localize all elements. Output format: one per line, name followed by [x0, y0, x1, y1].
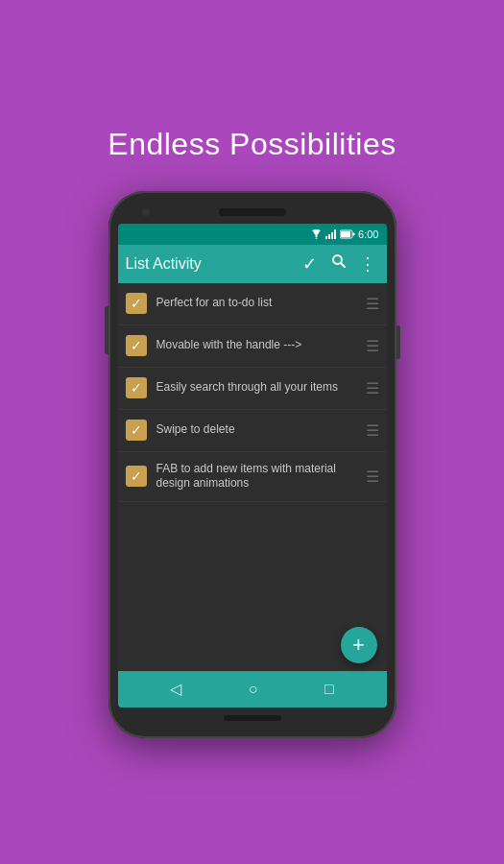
svg-rect-4: [334, 229, 336, 239]
wifi-icon: [310, 229, 323, 239]
status-icons: 6:00: [310, 228, 378, 240]
svg-rect-6: [341, 231, 350, 237]
speaker: [219, 208, 286, 216]
svg-line-9: [341, 263, 345, 267]
signal-icon: [325, 229, 337, 239]
phone-shell: 6:00 List Activity ✓ ⋮ ✓Perfect for an t…: [108, 191, 396, 738]
drag-handle-icon[interactable]: ☰: [366, 468, 379, 486]
check-icon[interactable]: ✓: [299, 253, 322, 275]
checkbox-check-icon: ✓: [131, 297, 142, 310]
home-button-bar: [224, 715, 281, 721]
status-bar: 6:00: [118, 224, 387, 245]
home-nav-icon[interactable]: ○: [249, 681, 258, 698]
app-bar-title: List Activity: [126, 255, 293, 273]
phone-bottom: [118, 715, 387, 721]
front-camera: [142, 208, 150, 216]
checkbox-check-icon: ✓: [131, 381, 142, 395]
checkbox[interactable]: ✓: [126, 377, 147, 398]
item-text: Easily search through all your items: [156, 380, 360, 396]
checkbox[interactable]: ✓: [126, 335, 147, 356]
search-icon[interactable]: [327, 253, 350, 274]
phone-top: [118, 208, 387, 216]
screen: 6:00 List Activity ✓ ⋮ ✓Perfect for an t…: [118, 224, 387, 708]
item-text: Swipe to delete: [156, 422, 360, 438]
fab-button[interactable]: +: [341, 627, 377, 663]
checkbox[interactable]: ✓: [126, 293, 147, 314]
item-text: Perfect for an to-do list: [156, 296, 360, 311]
list-item: ✓Swipe to delete☰: [118, 410, 387, 452]
more-icon[interactable]: ⋮: [356, 253, 379, 275]
svg-rect-3: [331, 232, 333, 239]
battery-icon: [340, 229, 355, 239]
drag-handle-icon[interactable]: ☰: [366, 337, 379, 355]
svg-rect-1: [325, 236, 327, 239]
recent-nav-icon[interactable]: □: [324, 681, 334, 698]
list-item: ✓FAB to add new items with material desi…: [118, 452, 387, 502]
status-time: 6:00: [358, 228, 378, 240]
page-title: Endless Possibilities: [108, 127, 396, 162]
checkbox-check-icon: ✓: [131, 469, 142, 483]
drag-handle-icon[interactable]: ☰: [366, 421, 379, 440]
drag-handle-icon[interactable]: ☰: [366, 295, 379, 313]
drag-handle-icon[interactable]: ☰: [366, 379, 379, 397]
item-text: FAB to add new items with material desig…: [156, 462, 360, 492]
list-item: ✓Easily search through all your items☰: [118, 368, 387, 410]
svg-rect-7: [353, 232, 355, 235]
item-text: Movable with the handle --->: [156, 338, 360, 353]
checkbox-check-icon: ✓: [131, 423, 142, 437]
checkbox-check-icon: ✓: [131, 339, 142, 352]
fab-container: +: [118, 623, 387, 671]
list-content: ✓Perfect for an to-do list☰✓Movable with…: [118, 283, 387, 623]
svg-point-0: [316, 237, 318, 239]
list-item: ✓Perfect for an to-do list☰: [118, 283, 387, 325]
list-item: ✓Movable with the handle --->☰: [118, 325, 387, 368]
app-bar: List Activity ✓ ⋮: [118, 245, 387, 283]
bottom-nav: ◁ ○ □: [118, 671, 387, 708]
back-nav-icon[interactable]: ◁: [170, 680, 181, 698]
checkbox[interactable]: ✓: [126, 420, 147, 441]
svg-rect-2: [328, 234, 330, 239]
checkbox[interactable]: ✓: [126, 466, 147, 487]
